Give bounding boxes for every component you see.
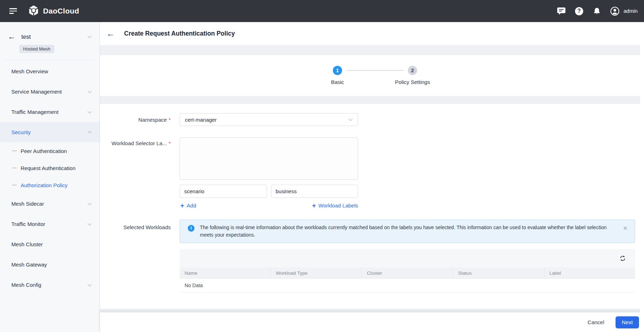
workload-selector-label: Workload Selector La...*: [100, 140, 171, 146]
alert-close-icon[interactable]: ✕: [623, 225, 628, 232]
chevron-up-icon: [87, 131, 91, 135]
step-1-label: Basic: [313, 79, 362, 85]
table-empty-row: No Data: [180, 279, 635, 293]
required-mark: *: [169, 140, 171, 146]
info-alert-text: The following is real-time information a…: [200, 225, 607, 238]
dash-icon: [12, 185, 17, 186]
column-header-cluster: Cluster: [362, 268, 453, 278]
footer-action-bar: Cancel Next: [100, 312, 644, 332]
brand[interactable]: DaoCloud: [28, 5, 79, 18]
namespace-label: Namespace*: [100, 117, 171, 123]
selected-workloads-label: Selected Workloads: [100, 224, 171, 230]
sidebar-item-service-management[interactable]: Service Management: [0, 81, 100, 102]
workload-selector-textarea[interactable]: [180, 137, 358, 180]
workloads-table: Name Workload Type Cluster Status Label …: [180, 249, 635, 293]
back-arrow-icon[interactable]: ←: [106, 30, 115, 38]
sidebar-item-traffic-management[interactable]: Traffic Management: [0, 102, 100, 122]
info-icon: i: [188, 225, 195, 232]
page-title: Create Request Authentication Policy: [124, 30, 235, 37]
menu-icon[interactable]: [9, 8, 17, 14]
plus-icon: +: [312, 202, 316, 209]
stepper: 1 2 Basic Policy Settings: [100, 55, 644, 96]
label-key-input[interactable]: [180, 185, 267, 198]
user-avatar[interactable]: [610, 6, 619, 16]
sidebar-item-mesh-config[interactable]: Mesh Config: [0, 275, 100, 295]
dash-icon: [12, 168, 17, 169]
sidebar-item-mesh-sidecar[interactable]: Mesh Sidecar: [0, 194, 100, 214]
step-2-label: Policy Settings: [388, 79, 437, 85]
table-header-row: Name Workload Type Cluster Status Label: [180, 268, 635, 279]
required-mark: *: [169, 117, 171, 123]
chevron-down-icon: [87, 201, 91, 205]
sidebar-item-security[interactable]: Security: [0, 122, 100, 142]
column-header-status: Status: [453, 268, 544, 278]
select-chevron-down-icon: [348, 117, 352, 121]
chevron-down-icon: [87, 89, 91, 93]
chevron-down-icon: [87, 109, 91, 113]
label-value-input[interactable]: [271, 185, 358, 198]
sidebar-item-authorization-policy[interactable]: Authorization Policy: [0, 176, 100, 194]
plus-icon: +: [180, 202, 184, 209]
column-header-label: Label: [544, 268, 635, 278]
add-label-button[interactable]: + Add: [180, 201, 196, 209]
step-connector-line: [347, 70, 404, 71]
sidebar-item-mesh-cluster[interactable]: Mesh Cluster: [0, 234, 100, 254]
info-alert: i The following is real-time information…: [180, 220, 635, 243]
workspace-back-icon[interactable]: ←: [8, 33, 16, 41]
sidebar-item-peer-authentication[interactable]: Peer Authentication: [0, 142, 100, 159]
policy-form: Namespace* cert-manager Workload Selecto…: [100, 104, 644, 309]
help-icon[interactable]: ?: [575, 6, 584, 16]
cancel-button[interactable]: Cancel: [587, 319, 604, 325]
chevron-down-icon: [87, 221, 91, 225]
page-title-bar: ← Create Request Authentication Policy: [100, 22, 644, 45]
step-1-circle[interactable]: 1: [333, 66, 342, 75]
sidebar-item-mesh-overview[interactable]: Mesh Overview: [0, 61, 100, 81]
brand-name: DaoCloud: [43, 7, 79, 15]
main-content: ← Create Request Authentication Policy 1…: [100, 22, 644, 332]
sidebar: ← test Hosted Mesh Mesh Overview Service…: [0, 22, 100, 332]
app-header: DaoCloud ? admin: [0, 0, 644, 22]
chevron-down-icon: [87, 282, 91, 286]
daocloud-logo-icon: [28, 5, 39, 18]
scrollbar-gutter[interactable]: [640, 22, 644, 332]
username-label[interactable]: admin: [624, 8, 638, 14]
refresh-icon[interactable]: [619, 254, 627, 262]
column-header-workload-type: Workload Type: [271, 268, 362, 278]
notifications-bell-icon[interactable]: [592, 6, 602, 16]
dash-icon: [12, 151, 17, 152]
column-header-name: Name: [180, 268, 271, 278]
workspace-chevron-down-icon[interactable]: [87, 34, 91, 38]
workload-labels-button[interactable]: + Workload Labels: [271, 201, 358, 209]
messages-icon[interactable]: [557, 6, 566, 16]
sidebar-item-request-authentication[interactable]: Request Authentication: [0, 159, 100, 176]
hosted-mesh-badge: Hosted Mesh: [19, 45, 54, 53]
sidebar-item-mesh-gateway[interactable]: Mesh Gateway: [0, 254, 100, 275]
sidebar-divider: [5, 60, 95, 60]
sidebar-item-traffic-monitor[interactable]: Traffic Monitor: [0, 214, 100, 234]
namespace-select[interactable]: cert-manager: [180, 113, 358, 126]
next-button[interactable]: Next: [616, 316, 639, 328]
table-toolbar: [180, 249, 635, 268]
workspace-name[interactable]: test: [21, 33, 88, 40]
step-2-circle[interactable]: 2: [408, 66, 417, 75]
